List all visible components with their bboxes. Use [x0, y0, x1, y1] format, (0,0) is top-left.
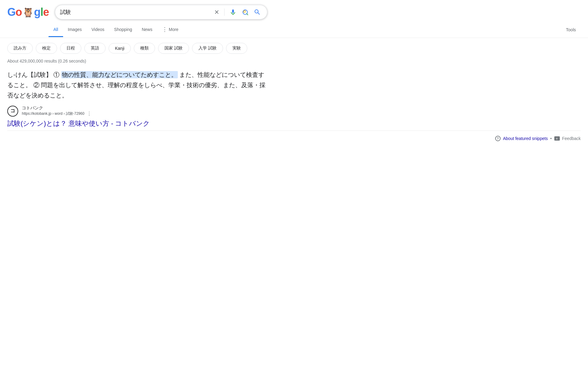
source-row: コ コトバンク https://kotobank.jp › word › 試験-… [7, 105, 581, 117]
section-divider [7, 131, 581, 131]
featured-snippet: し‐けん【試験】 ① 物の性質、能力などについてためすこと。 また、性能などにつ… [7, 70, 268, 101]
header: G o 🦉 g l e 試験 ✕ [0, 0, 588, 19]
logo-owl-decoration: 🦉 [22, 7, 33, 18]
chip-7[interactable]: 入学 試験 [192, 43, 223, 54]
feedback-label: Feedback [562, 136, 581, 141]
results-info: About 429,000,000 results (0.26 seconds) [0, 57, 588, 67]
logo-g2: g [34, 6, 40, 19]
source-name: コトバンク [22, 105, 92, 111]
source-icon: コ [7, 106, 18, 117]
nav-tabs: All Images Videos Shopping News ⋮ More T… [0, 22, 588, 38]
clear-button[interactable]: ✕ [213, 7, 221, 17]
lens-search-button[interactable] [240, 7, 250, 17]
footer-dot: • [550, 136, 552, 141]
source-more-button[interactable]: ⋮ [87, 111, 92, 117]
chip-4[interactable]: Kanji [109, 43, 131, 53]
footer-row: ? About featured snippets • ≡ Feedback [0, 133, 588, 144]
logo-o1: o [15, 6, 22, 19]
search-button[interactable] [252, 7, 262, 17]
chip-5[interactable]: 種類 [134, 43, 155, 54]
result-title-link[interactable]: 試験(シケン)とは？ 意味や使い方 - コトバンク [7, 119, 268, 128]
chip-3[interactable]: 英語 [84, 43, 106, 54]
source-url: https://kotobank.jp › word › 試験-72960 [22, 111, 84, 116]
tools-tab[interactable]: Tools [561, 23, 581, 36]
voice-search-button[interactable] [228, 7, 238, 17]
tab-shopping[interactable]: Shopping [109, 23, 137, 37]
help-icon: ? [495, 136, 501, 141]
google-logo[interactable]: G o 🦉 g l e [7, 6, 49, 19]
tab-all[interactable]: All [49, 23, 63, 37]
source-meta: コトバンク https://kotobank.jp › word › 試験-72… [22, 105, 92, 117]
about-snippets-link[interactable]: About featured snippets [503, 136, 548, 141]
feedback-button[interactable]: Feedback [562, 136, 581, 141]
microphone-icon [229, 9, 237, 16]
search-magnifier-icon [254, 9, 261, 16]
search-bar-container: 試験 ✕ [55, 5, 267, 19]
chip-0[interactable]: 読み方 [7, 43, 33, 54]
snippet-text-before: し‐けん【試験】 ① [7, 71, 61, 78]
chip-1[interactable]: 検定 [36, 43, 57, 54]
snippet-text: し‐けん【試験】 ① 物の性質、能力などについてためすこと。 また、性能などにつ… [7, 70, 268, 101]
chip-8[interactable]: 実験 [226, 43, 247, 54]
search-divider [224, 9, 225, 16]
logo-l: l [40, 6, 43, 19]
more-dots-icon: ⋮ [162, 26, 167, 33]
search-input[interactable]: 試験 [60, 9, 211, 15]
chip-2[interactable]: 日程 [60, 43, 81, 54]
logo-e: e [43, 6, 49, 19]
source-url-row: https://kotobank.jp › word › 試験-72960 ⋮ [22, 111, 92, 117]
snippet-text-highlighted: 物の性質、能力などについてためすこと。 [61, 71, 178, 78]
logo-area: G o 🦉 g l e [7, 6, 49, 19]
svg-point-2 [244, 11, 245, 12]
tab-images[interactable]: Images [63, 23, 87, 37]
tab-more[interactable]: ⋮ More [157, 22, 183, 38]
feedback-icon: ≡ [554, 136, 560, 141]
search-bar: 試験 ✕ [55, 5, 267, 19]
lens-icon [242, 9, 249, 16]
logo-g: G [7, 6, 15, 19]
tab-videos[interactable]: Videos [86, 23, 109, 37]
chip-6[interactable]: 国家 試験 [158, 43, 189, 54]
tab-news[interactable]: News [137, 23, 157, 37]
chips-row: 読み方 検定 日程 英語 Kanji 種類 国家 試験 入学 試験 実験 [0, 38, 588, 57]
clear-icon: ✕ [214, 9, 219, 16]
